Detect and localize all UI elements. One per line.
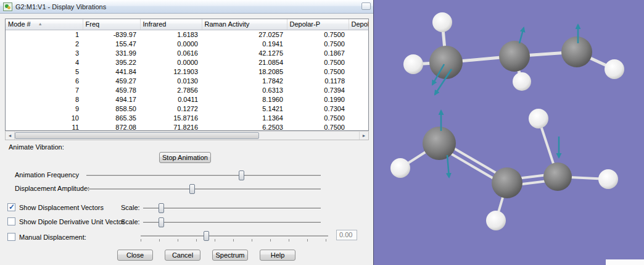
cell: 11 xyxy=(6,122,83,131)
cell: 21.0854 xyxy=(202,57,287,67)
hydrogen-atom[interactable] xyxy=(390,158,410,178)
show-displacement-vectors-checkbox[interactable] xyxy=(7,203,15,211)
dipole-derivative-scale-slider[interactable] xyxy=(143,217,321,228)
carbon-atom[interactable] xyxy=(543,162,572,191)
slider-thumb[interactable] xyxy=(239,170,244,180)
hydrogen-atom[interactable] xyxy=(486,211,506,230)
carbon-atom[interactable] xyxy=(492,167,522,198)
cell: 5.1421 xyxy=(202,104,287,113)
vibration-mode-table[interactable]: Mode #▲FreqInfraredRaman ActivityDepolar… xyxy=(5,19,369,131)
molecule-viewport[interactable] xyxy=(374,0,644,265)
vibration-mode-row[interactable]: 11872.0871.82166.25030.7500 xyxy=(6,122,368,131)
cell: 459.27 xyxy=(83,76,140,85)
vibration-mode-row[interactable]: 1-839.971.618327.02570.7500 xyxy=(6,30,368,39)
cell: 0.0130 xyxy=(140,76,202,85)
cell: 0.7500 xyxy=(287,39,349,48)
carbon-atom[interactable] xyxy=(423,127,456,160)
stop-animation-button[interactable]: Stop Animation xyxy=(159,152,211,163)
slider-track xyxy=(143,222,321,223)
cell: 2 xyxy=(6,39,83,48)
vibration-mode-row[interactable]: 9858.500.12725.14210.7304 xyxy=(6,104,368,113)
scrollbar-thumb[interactable] xyxy=(15,132,259,139)
slider-thumb[interactable] xyxy=(189,184,195,194)
hydrogen-atom[interactable] xyxy=(529,109,548,128)
vibration-mode-row[interactable]: 10865.3515.87161.13640.7500 xyxy=(6,113,368,122)
hydrogen-atom[interactable] xyxy=(403,54,423,74)
cell: 0.6313 xyxy=(202,85,287,95)
cancel-button[interactable]: Cancel xyxy=(165,250,200,261)
animation-frequency-label: Animation Frequency xyxy=(15,171,79,179)
horizontal-scrollbar[interactable]: ◄ ► xyxy=(5,131,369,140)
cell: 0.1272 xyxy=(140,104,202,113)
displacement-vectors-scale-slider[interactable] xyxy=(143,203,321,214)
carbon-atom[interactable] xyxy=(429,46,463,79)
app-icon xyxy=(3,2,12,11)
cell xyxy=(349,48,368,57)
help-button[interactable]: Help xyxy=(260,250,295,261)
cell: 0.1941 xyxy=(202,39,287,48)
scale-label: Scale: xyxy=(121,218,140,225)
cell xyxy=(349,85,368,95)
vibration-mode-row[interactable]: 2155.470.00000.19410.7500 xyxy=(6,39,368,48)
column-header[interactable]: Infrared xyxy=(140,19,202,30)
manual-displacement-label: Manual Displacement: xyxy=(19,233,86,241)
window-title: G2:M1:V1 - Display Vibrations xyxy=(15,3,106,11)
cell: 7 xyxy=(6,85,83,95)
cell: 27.0257 xyxy=(202,30,287,39)
cell: 0.7304 xyxy=(287,104,349,113)
slider-thumb[interactable] xyxy=(159,217,164,227)
titlebar[interactable]: G2:M1:V1 - Display Vibrations xyxy=(0,0,373,14)
show-displacement-vectors-label: Show Displacement Vectors xyxy=(19,204,104,211)
close-button[interactable]: Close xyxy=(117,250,153,261)
column-header-label: Infrared xyxy=(143,20,167,28)
manual-displacement-slider[interactable] xyxy=(141,230,328,242)
background-window-sliver xyxy=(606,259,644,265)
column-header[interactable]: Mode #▲ xyxy=(6,19,83,30)
slider-tick-marks xyxy=(141,239,328,242)
manual-displacement-field[interactable]: 0.00 xyxy=(336,230,357,240)
carbon-atom[interactable] xyxy=(499,41,530,72)
slider-thumb[interactable] xyxy=(204,231,209,241)
manual-displacement-checkbox[interactable] xyxy=(7,233,15,241)
column-header[interactable]: Depolar-P xyxy=(287,19,349,30)
hydrogen-atom[interactable] xyxy=(605,59,624,79)
viewport-background xyxy=(374,0,644,265)
hydrogen-atom[interactable] xyxy=(513,72,531,91)
slider-track xyxy=(86,175,321,176)
cell: 0.0000 xyxy=(140,57,202,67)
hydrogen-atom[interactable] xyxy=(598,169,618,189)
vibration-mode-row[interactable]: 8494.170.04118.19600.1990 xyxy=(6,95,368,104)
titlebar-button-partial[interactable] xyxy=(361,2,371,10)
cell: 395.22 xyxy=(83,57,140,67)
cell xyxy=(349,39,368,48)
scroll-right-arrow-icon[interactable]: ► xyxy=(359,132,368,140)
cell: 10 xyxy=(6,113,83,122)
slider-thumb[interactable] xyxy=(159,203,164,213)
cell: 12.1903 xyxy=(140,67,202,76)
column-header[interactable]: Depolar xyxy=(349,19,368,30)
column-header[interactable]: Freq xyxy=(83,19,140,30)
cell: 2.7856 xyxy=(140,85,202,95)
scroll-left-arrow-icon[interactable]: ◄ xyxy=(6,132,15,140)
hydrogen-atom[interactable] xyxy=(432,12,452,32)
cell: 8 xyxy=(6,95,83,104)
show-dipole-derivative-checkbox[interactable] xyxy=(7,217,15,225)
column-header[interactable]: Raman Activity xyxy=(202,19,287,30)
vibration-mode-row[interactable]: 6459.270.01301.78420.1178 xyxy=(6,76,368,85)
vibration-mode-row[interactable]: 3331.990.061642.12750.1867 xyxy=(6,48,368,57)
vibration-mode-row[interactable]: 7459.782.78560.63130.7394 xyxy=(6,85,368,95)
slider-track xyxy=(141,235,328,237)
cell: 0.0616 xyxy=(140,48,202,57)
spectrum-button[interactable]: Spectrum xyxy=(212,250,248,261)
cell: 42.1275 xyxy=(202,48,287,57)
vibration-mode-row[interactable]: 4395.220.000021.08540.7500 xyxy=(6,57,368,67)
cell: 1.1364 xyxy=(202,113,287,122)
cell: 1 xyxy=(6,30,83,39)
vibration-mode-row[interactable]: 5441.8412.190318.20850.7500 xyxy=(6,67,368,76)
vibration-table-head-row: Mode #▲FreqInfraredRaman ActivityDepolar… xyxy=(6,19,368,30)
slider-track xyxy=(86,188,321,190)
carbon-atom[interactable] xyxy=(561,36,592,67)
cell: 155.47 xyxy=(83,39,140,48)
displacement-amplitude-slider[interactable] xyxy=(86,183,321,195)
animation-frequency-slider[interactable] xyxy=(86,170,321,181)
